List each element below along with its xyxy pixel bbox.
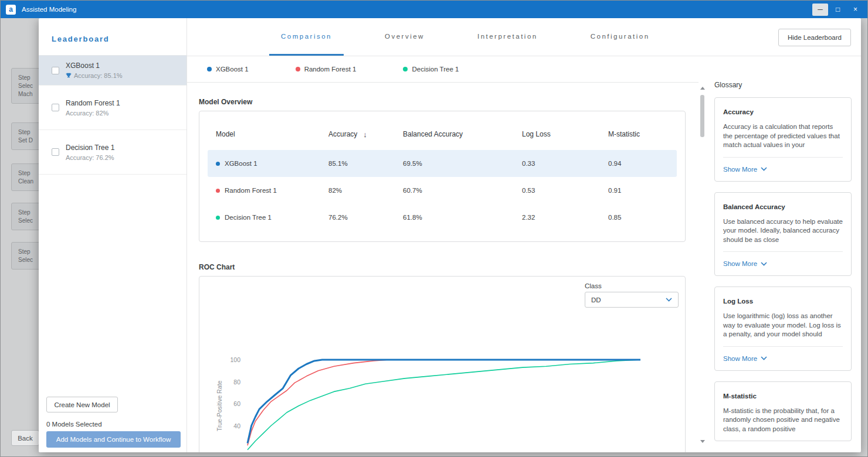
tab-label: Interpretation <box>477 33 538 40</box>
model-overview-card: Model Accuracy↓ Balanced Accuracy Log Lo… <box>199 111 686 242</box>
show-more-label: Show More <box>723 166 757 173</box>
column-header-model[interactable]: Model <box>208 130 328 138</box>
back-button: Back <box>11 430 39 446</box>
tab-comparison[interactable]: Comparison <box>269 18 344 56</box>
series-color-dot <box>216 216 220 220</box>
svg-text:True-Positive Rate: True-Positive Rate <box>216 380 223 431</box>
show-more-link[interactable]: Show More <box>723 260 767 267</box>
scrollable-content: Model Overview Model Accuracy↓ Balanced … <box>187 83 699 452</box>
show-more-link[interactable]: Show More <box>723 166 767 173</box>
class-label: Class <box>585 282 679 289</box>
scrollbar-thumb[interactable] <box>700 95 704 137</box>
series-color-dot <box>216 162 220 166</box>
glossary-text: Accuracy is a calculation that reports t… <box>723 122 843 150</box>
legend-label: Decision Tree 1 <box>412 66 459 73</box>
app-logo-icon: a <box>6 5 16 15</box>
glossary-text: Use balanced accuracy to help evaluate y… <box>723 217 843 245</box>
legend-item-decision-tree[interactable]: Decision Tree 1 <box>403 66 459 73</box>
legend-item-xgboost[interactable]: XGBoost 1 <box>207 66 249 73</box>
hide-leaderboard-button[interactable]: Hide Leaderboard <box>778 29 851 46</box>
model-name: Random Forest 1 <box>66 99 120 107</box>
chevron-down-icon <box>761 167 767 171</box>
series-color-dot <box>403 67 408 71</box>
glossary-term: Accuracy <box>723 108 843 115</box>
series-color-dot <box>296 67 300 71</box>
table-row-decision-tree[interactable]: Decision Tree 1 76.2% 61.8% 2.32 0.85 <box>208 204 677 231</box>
tab-label: Configuration <box>591 33 650 40</box>
model-item-xgboost[interactable]: XGBoost 1 Accuracy: 85.1% <box>39 55 187 86</box>
cell-accuracy: 82% <box>328 187 403 194</box>
tab-configuration[interactable]: Configuration <box>579 18 662 56</box>
column-label: Model <box>216 130 235 138</box>
title-bar: a Assisted Modeling ─ □ × <box>1 1 867 18</box>
table-row-random-forest[interactable]: Random Forest 1 82% 60.7% 0.53 0.91 <box>208 177 677 204</box>
cell-model-name: Decision Tree 1 <box>225 214 272 221</box>
column-header-balanced-accuracy[interactable]: Balanced Accuracy <box>403 130 522 138</box>
close-button[interactable]: × <box>847 4 863 16</box>
glossary-card-log-loss: Log Loss Use logarithmic (log) loss as a… <box>714 287 852 371</box>
column-header-m-statistic[interactable]: M-statistic <box>608 130 677 138</box>
window-title: Assisted Modeling <box>22 6 76 13</box>
vertical-scrollbar[interactable] <box>699 56 706 452</box>
class-select[interactable]: DD <box>585 292 679 308</box>
assisted-modeling-dialog: Leaderboard XGBoost 1 Accuracy: 85.1% <box>39 18 861 452</box>
glossary-card-balanced-accuracy: Balanced Accuracy Use balanced accuracy … <box>714 192 852 277</box>
tab-label: Comparison <box>281 33 332 40</box>
chevron-down-icon <box>666 298 672 302</box>
table-row-xgboost[interactable]: XGBoost 1 85.1% 69.5% 0.33 0.94 <box>208 150 677 177</box>
maximize-button[interactable]: □ <box>830 4 846 16</box>
model-checkbox[interactable] <box>52 67 59 74</box>
cell-balanced-accuracy: 60.7% <box>403 187 522 194</box>
model-accuracy: Accuracy: 76.2% <box>66 154 114 161</box>
model-checkbox[interactable] <box>52 148 59 156</box>
glossary-text: Use logarithmic (log) loss as another wa… <box>723 312 843 339</box>
model-name: Decision Tree 1 <box>66 144 114 152</box>
model-item-random-forest[interactable]: Random Forest 1 Accuracy: 82% <box>39 86 187 130</box>
cell-log-loss: 2.32 <box>522 214 608 221</box>
model-item-decision-tree[interactable]: Decision Tree 1 Accuracy: 76.2% <box>39 130 187 175</box>
svg-text:60: 60 <box>233 400 240 407</box>
chart-legend: XGBoost 1 Random Forest 1 Decision Tree … <box>187 56 699 83</box>
add-models-continue-button[interactable]: Add Models and Continue to Workflow <box>46 431 181 448</box>
model-accuracy: Accuracy: 82% <box>66 110 108 117</box>
show-more-link[interactable]: Show More <box>723 355 767 362</box>
column-label: Accuracy <box>328 130 357 138</box>
legend-label: Random Forest 1 <box>304 66 357 73</box>
tab-bar: Comparison Overview Interpretation Confi… <box>187 18 861 56</box>
cell-log-loss: 0.33 <box>522 160 608 167</box>
model-overview-title: Model Overview <box>199 98 686 106</box>
scroll-down-arrow[interactable] <box>700 440 705 443</box>
cell-balanced-accuracy: 69.5% <box>403 160 522 167</box>
close-icon: × <box>853 5 857 13</box>
glossary-panel: Glossary Accuracy Accuracy is a calculat… <box>706 56 861 452</box>
glossary-term: M-statistic <box>723 393 843 400</box>
trophy-icon <box>66 73 72 79</box>
cell-m-statistic: 0.94 <box>608 160 677 167</box>
cell-model: Random Forest 1 <box>208 187 328 194</box>
class-select-value: DD <box>591 296 601 303</box>
svg-text:100: 100 <box>230 356 240 363</box>
column-header-accuracy[interactable]: Accuracy↓ <box>328 130 403 139</box>
leaderboard-title: Leaderboard <box>39 18 187 55</box>
glossary-text: M-statistic is the probability that, for… <box>723 407 843 434</box>
series-color-dot <box>216 189 220 193</box>
cell-m-statistic: 0.85 <box>608 214 677 221</box>
glossary-term: Balanced Accuracy <box>723 203 843 210</box>
app-window: a Assisted Modeling ─ □ × Step Selec Mac… <box>0 0 868 457</box>
column-header-log-loss[interactable]: Log Loss <box>522 130 608 138</box>
model-name: XGBoost 1 <box>66 62 123 70</box>
tab-interpretation[interactable]: Interpretation <box>466 18 550 56</box>
scroll-up-arrow[interactable] <box>700 87 705 90</box>
glossary-title: Glossary <box>714 81 852 89</box>
legend-item-random-forest[interactable]: Random Forest 1 <box>296 66 357 73</box>
model-checkbox[interactable] <box>52 104 59 111</box>
show-more-label: Show More <box>723 355 757 362</box>
cell-m-statistic: 0.91 <box>608 187 677 194</box>
model-item-text: XGBoost 1 Accuracy: 85.1% <box>66 62 123 79</box>
minimize-button[interactable]: ─ <box>812 4 828 16</box>
legend-label: XGBoost 1 <box>216 66 249 73</box>
tab-overview[interactable]: Overview <box>373 18 436 56</box>
series-color-dot <box>207 67 212 71</box>
cell-log-loss: 0.53 <box>522 187 608 194</box>
create-new-model-button[interactable]: Create New Model <box>46 397 118 412</box>
